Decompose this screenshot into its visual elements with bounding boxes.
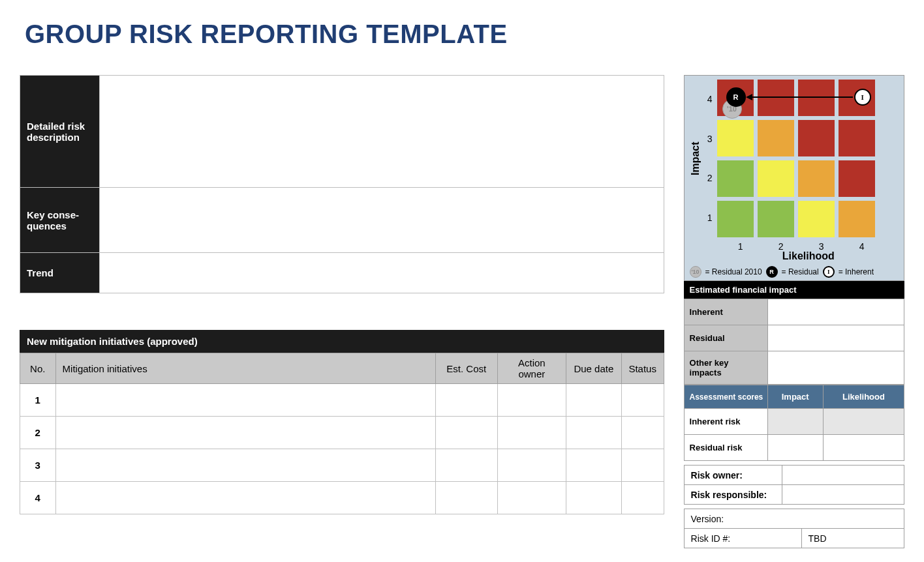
x-tick: 1	[722, 241, 759, 252]
version-row[interactable]: Version:	[684, 509, 904, 529]
matrix-cell	[839, 160, 875, 197]
cell-init[interactable]	[55, 384, 435, 417]
fin-value[interactable]	[767, 351, 904, 385]
col-owner: Action owner	[497, 353, 566, 384]
label-key-consequences: Key conse- quences	[20, 188, 100, 253]
cell-cost[interactable]	[435, 449, 497, 482]
arrow-line	[750, 96, 853, 98]
matrix-cell	[758, 201, 794, 237]
legend-text: = Inherent	[839, 267, 874, 276]
mitigation-table: No. Mitigation initiatives Est. Cost Act…	[20, 353, 664, 514]
owner-table: Risk owner: Risk responsible:	[684, 465, 904, 505]
fin-label: Residual	[684, 325, 767, 351]
score-likelihood[interactable]	[823, 435, 904, 461]
page-title: GROUP RISK REPORTING TEMPLATE	[25, 20, 904, 49]
cell-due[interactable]	[566, 449, 621, 482]
cell-cost[interactable]	[435, 417, 497, 449]
cell-init[interactable]	[55, 482, 435, 514]
matrix-cell	[717, 201, 754, 237]
legend-dot-residual-2010-icon: '10	[690, 266, 701, 278]
cell-init[interactable]	[55, 449, 435, 482]
cell-cost[interactable]	[435, 482, 497, 514]
value-trend[interactable]	[100, 253, 664, 293]
legend-text: = Residual	[782, 267, 819, 276]
financial-impact-header: Estimated financial impact	[684, 281, 904, 299]
cell-due[interactable]	[566, 384, 621, 417]
matrix-cell	[839, 120, 875, 156]
fin-row-residual: Residual	[684, 325, 904, 351]
fin-value[interactable]	[767, 299, 904, 325]
cell-cost[interactable]	[435, 384, 497, 417]
risk-id-label: Risk ID #:	[684, 529, 801, 548]
y-tick: 4	[703, 94, 717, 104]
row-trend: Trend	[20, 253, 664, 293]
x-tick: 4	[844, 241, 880, 252]
scores-col-impact: Impact	[767, 385, 823, 409]
fin-value[interactable]	[767, 325, 904, 351]
cell-due[interactable]	[566, 417, 621, 449]
risk-owner-value[interactable]	[782, 466, 904, 485]
value-key-consequences[interactable]	[100, 188, 664, 253]
matrix-cell	[717, 120, 754, 156]
value-detailed-description[interactable]	[100, 76, 664, 188]
table-row: 4	[20, 482, 664, 514]
table-row: 2	[20, 417, 664, 449]
cell-owner[interactable]	[497, 482, 566, 514]
fin-row-other: Other key impacts	[684, 351, 904, 385]
row-detailed-description: Detailed risk description	[20, 76, 664, 188]
risk-id-value[interactable]: TBD	[801, 529, 904, 548]
label-detailed-description: Detailed risk description	[20, 76, 100, 188]
col-status: Status	[621, 353, 664, 384]
score-label: Inherent risk	[684, 409, 767, 435]
fin-label: Inherent	[684, 299, 767, 325]
financial-impact-block: Estimated financial impact Inherent Resi…	[684, 281, 904, 385]
cell-status[interactable]	[621, 482, 664, 514]
scores-header-label: Assessment scores	[684, 385, 767, 409]
risk-matrix-grid: '10 R I	[717, 80, 875, 237]
marker-residual: R	[726, 87, 746, 107]
risk-responsible-value[interactable]	[782, 485, 904, 505]
risk-owner-label: Risk owner:	[684, 466, 782, 485]
risk-matrix-panel: Impact 4 3 2 1	[684, 75, 904, 281]
assessment-scores-table: Assessment scores Impact Likelihood Inhe…	[684, 385, 904, 461]
legend-dot-residual-icon: R	[766, 266, 778, 278]
cell-status[interactable]	[621, 384, 664, 417]
col-init: Mitigation initiatives	[55, 353, 435, 384]
mitigation-header: New mitigation initiatives (approved)	[20, 330, 664, 353]
matrix-cell	[798, 201, 835, 237]
cell-due[interactable]	[566, 482, 621, 514]
score-row-residual: Residual risk	[684, 435, 904, 461]
y-tick: 2	[703, 173, 717, 183]
matrix-cell	[798, 160, 835, 197]
legend-text: = Residual 2010	[705, 267, 762, 276]
scores-col-likelihood: Likelihood	[823, 385, 904, 409]
score-impact[interactable]	[767, 435, 823, 461]
cell-status[interactable]	[621, 449, 664, 482]
score-impact[interactable]	[767, 409, 823, 435]
row-key-consequences: Key conse- quences	[20, 188, 664, 253]
table-row: 3	[20, 449, 664, 482]
matrix-cell	[798, 120, 835, 156]
cell-status[interactable]	[621, 417, 664, 449]
matrix-cell	[717, 160, 754, 197]
table-row: 1	[20, 384, 664, 417]
label-trend: Trend	[20, 253, 100, 293]
cell-no: 2	[20, 417, 56, 449]
version-label: Version:	[691, 514, 724, 524]
cell-owner[interactable]	[497, 384, 566, 417]
left-column: Detailed risk description Key conse- que…	[20, 75, 664, 514]
score-row-inherent: Inherent risk	[684, 409, 904, 435]
x-axis-label: Likelihood	[717, 250, 900, 262]
matrix-cell	[798, 80, 835, 116]
fin-label: Other key impacts	[684, 351, 767, 385]
cell-owner[interactable]	[497, 417, 566, 449]
cell-owner[interactable]	[497, 449, 566, 482]
score-likelihood[interactable]	[823, 409, 904, 435]
matrix-cell	[758, 80, 794, 116]
matrix-legend: '10 = Residual 2010 R = Residual I = Inh…	[688, 266, 900, 278]
cell-init[interactable]	[55, 417, 435, 449]
arrow-head-icon	[746, 94, 752, 100]
cell-no: 1	[20, 384, 56, 417]
risk-responsible-label: Risk responsible:	[684, 485, 782, 505]
meta-table: Version: Risk ID #: TBD	[684, 509, 904, 548]
